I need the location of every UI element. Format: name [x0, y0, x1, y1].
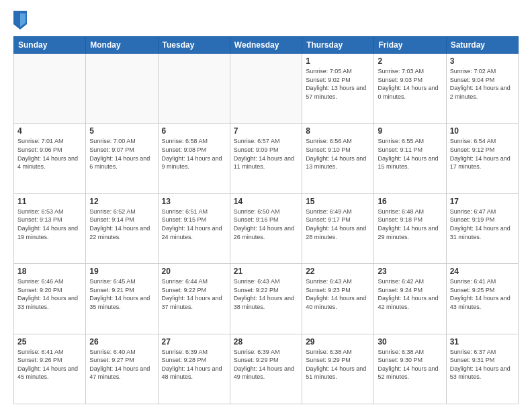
day-number: 30 [378, 337, 442, 347]
day-number: 1 [306, 56, 370, 66]
day-number: 23 [378, 267, 442, 276]
day-info: Sunrise: 6:44 AMSunset: 9:22 PMDaylight:… [162, 277, 226, 311]
day-cell: 29Sunrise: 6:38 AMSunset: 9:29 PMDayligh… [302, 334, 374, 404]
day-cell: 6Sunrise: 6:58 AMSunset: 9:08 PMDaylight… [158, 124, 230, 193]
day-number: 10 [450, 126, 515, 136]
week-row-1: 1Sunrise: 7:05 AMSunset: 9:02 PMDaylight… [14, 54, 519, 124]
day-cell: 19Sunrise: 6:45 AMSunset: 9:21 PMDayligh… [86, 264, 158, 334]
col-header-monday: Monday [86, 37, 158, 54]
day-number: 17 [450, 197, 515, 206]
col-header-wednesday: Wednesday [230, 37, 302, 54]
day-cell: 21Sunrise: 6:43 AMSunset: 9:22 PMDayligh… [230, 264, 302, 334]
day-cell [158, 54, 230, 124]
day-number: 24 [450, 267, 515, 276]
day-cell: 13Sunrise: 6:51 AMSunset: 9:15 PMDayligh… [158, 193, 230, 263]
day-number: 25 [17, 337, 82, 347]
day-info: Sunrise: 6:49 AMSunset: 9:17 PMDaylight:… [306, 208, 370, 241]
day-info: Sunrise: 7:00 AMSunset: 9:07 PMDaylight:… [89, 137, 154, 171]
day-cell: 12Sunrise: 6:52 AMSunset: 9:14 PMDayligh… [86, 193, 158, 263]
col-header-thursday: Thursday [302, 37, 374, 54]
day-number: 15 [306, 197, 370, 206]
day-number: 3 [450, 56, 515, 66]
day-number: 5 [89, 126, 154, 136]
logo [13, 11, 30, 30]
col-header-friday: Friday [374, 37, 446, 54]
day-number: 27 [162, 337, 226, 347]
day-info: Sunrise: 7:03 AMSunset: 9:03 PMDaylight:… [378, 67, 442, 101]
day-info: Sunrise: 6:48 AMSunset: 9:18 PMDaylight:… [378, 208, 442, 241]
day-cell: 7Sunrise: 6:57 AMSunset: 9:09 PMDaylight… [230, 124, 302, 193]
day-cell: 31Sunrise: 6:37 AMSunset: 9:31 PMDayligh… [446, 334, 518, 404]
day-info: Sunrise: 6:57 AMSunset: 9:09 PMDaylight:… [234, 137, 298, 171]
day-number: 29 [306, 337, 370, 347]
day-info: Sunrise: 6:38 AMSunset: 9:29 PMDaylight:… [306, 348, 370, 381]
day-info: Sunrise: 6:41 AMSunset: 9:26 PMDaylight:… [17, 348, 82, 381]
day-info: Sunrise: 6:39 AMSunset: 9:28 PMDaylight:… [162, 348, 226, 381]
day-info: Sunrise: 6:43 AMSunset: 9:23 PMDaylight:… [306, 277, 370, 311]
day-cell: 11Sunrise: 6:53 AMSunset: 9:13 PMDayligh… [14, 193, 86, 263]
day-cell: 26Sunrise: 6:40 AMSunset: 9:27 PMDayligh… [86, 334, 158, 404]
day-number: 28 [234, 337, 298, 347]
day-number: 11 [17, 197, 82, 206]
logo-icon [13, 11, 27, 30]
day-cell [230, 54, 302, 124]
day-info: Sunrise: 6:51 AMSunset: 9:15 PMDaylight:… [162, 208, 226, 241]
day-cell: 28Sunrise: 6:39 AMSunset: 9:29 PMDayligh… [230, 334, 302, 404]
col-header-sunday: Sunday [14, 37, 86, 54]
day-info: Sunrise: 6:37 AMSunset: 9:31 PMDaylight:… [450, 348, 515, 381]
day-cell: 4Sunrise: 7:01 AMSunset: 9:06 PMDaylight… [14, 124, 86, 193]
day-info: Sunrise: 6:53 AMSunset: 9:13 PMDaylight:… [17, 208, 82, 241]
day-cell: 23Sunrise: 6:42 AMSunset: 9:24 PMDayligh… [374, 264, 446, 334]
day-cell: 30Sunrise: 6:38 AMSunset: 9:30 PMDayligh… [374, 334, 446, 404]
day-info: Sunrise: 6:41 AMSunset: 9:25 PMDaylight:… [450, 277, 515, 311]
day-info: Sunrise: 6:47 AMSunset: 9:19 PMDaylight:… [450, 208, 515, 241]
day-number: 2 [378, 56, 442, 66]
day-info: Sunrise: 6:58 AMSunset: 9:08 PMDaylight:… [162, 137, 226, 171]
day-cell: 25Sunrise: 6:41 AMSunset: 9:26 PMDayligh… [14, 334, 86, 404]
day-info: Sunrise: 6:55 AMSunset: 9:11 PMDaylight:… [378, 137, 442, 171]
day-info: Sunrise: 6:43 AMSunset: 9:22 PMDaylight:… [234, 277, 298, 311]
day-number: 26 [89, 337, 154, 347]
day-number: 31 [450, 337, 515, 347]
day-number: 7 [234, 126, 298, 136]
week-row-2: 4Sunrise: 7:01 AMSunset: 9:06 PMDaylight… [14, 124, 519, 193]
day-info: Sunrise: 6:54 AMSunset: 9:12 PMDaylight:… [450, 137, 515, 171]
day-cell [86, 54, 158, 124]
day-info: Sunrise: 6:39 AMSunset: 9:29 PMDaylight:… [234, 348, 298, 381]
day-info: Sunrise: 7:01 AMSunset: 9:06 PMDaylight:… [17, 137, 82, 171]
day-info: Sunrise: 6:38 AMSunset: 9:30 PMDaylight:… [378, 348, 442, 381]
week-row-4: 18Sunrise: 6:46 AMSunset: 9:20 PMDayligh… [14, 264, 519, 334]
day-number: 18 [17, 267, 82, 276]
day-info: Sunrise: 6:52 AMSunset: 9:14 PMDaylight:… [89, 208, 154, 241]
header [13, 11, 519, 30]
day-cell: 15Sunrise: 6:49 AMSunset: 9:17 PMDayligh… [302, 193, 374, 263]
week-row-5: 25Sunrise: 6:41 AMSunset: 9:26 PMDayligh… [14, 334, 519, 404]
day-cell: 16Sunrise: 6:48 AMSunset: 9:18 PMDayligh… [374, 193, 446, 263]
day-cell: 10Sunrise: 6:54 AMSunset: 9:12 PMDayligh… [446, 124, 518, 193]
day-number: 19 [89, 267, 154, 276]
day-number: 20 [162, 267, 226, 276]
day-info: Sunrise: 6:56 AMSunset: 9:10 PMDaylight:… [306, 137, 370, 171]
day-cell: 24Sunrise: 6:41 AMSunset: 9:25 PMDayligh… [446, 264, 518, 334]
day-cell: 22Sunrise: 6:43 AMSunset: 9:23 PMDayligh… [302, 264, 374, 334]
col-header-saturday: Saturday [446, 37, 518, 54]
day-number: 12 [89, 197, 154, 206]
day-cell: 8Sunrise: 6:56 AMSunset: 9:10 PMDaylight… [302, 124, 374, 193]
day-cell: 5Sunrise: 7:00 AMSunset: 9:07 PMDaylight… [86, 124, 158, 193]
day-number: 9 [378, 126, 442, 136]
day-number: 4 [17, 126, 82, 136]
day-info: Sunrise: 7:05 AMSunset: 9:02 PMDaylight:… [306, 67, 370, 101]
day-number: 16 [378, 197, 442, 206]
day-number: 8 [306, 126, 370, 136]
day-info: Sunrise: 6:45 AMSunset: 9:21 PMDaylight:… [89, 277, 154, 311]
calendar: SundayMondayTuesdayWednesdayThursdayFrid… [13, 36, 519, 404]
col-header-tuesday: Tuesday [158, 37, 230, 54]
day-cell: 20Sunrise: 6:44 AMSunset: 9:22 PMDayligh… [158, 264, 230, 334]
day-info: Sunrise: 6:40 AMSunset: 9:27 PMDaylight:… [89, 348, 154, 381]
day-cell: 9Sunrise: 6:55 AMSunset: 9:11 PMDaylight… [374, 124, 446, 193]
page: SundayMondayTuesdayWednesdayThursdayFrid… [0, 0, 532, 411]
day-info: Sunrise: 6:42 AMSunset: 9:24 PMDaylight:… [378, 277, 442, 311]
day-cell: 17Sunrise: 6:47 AMSunset: 9:19 PMDayligh… [446, 193, 518, 263]
week-row-3: 11Sunrise: 6:53 AMSunset: 9:13 PMDayligh… [14, 193, 519, 263]
day-number: 14 [234, 197, 298, 206]
